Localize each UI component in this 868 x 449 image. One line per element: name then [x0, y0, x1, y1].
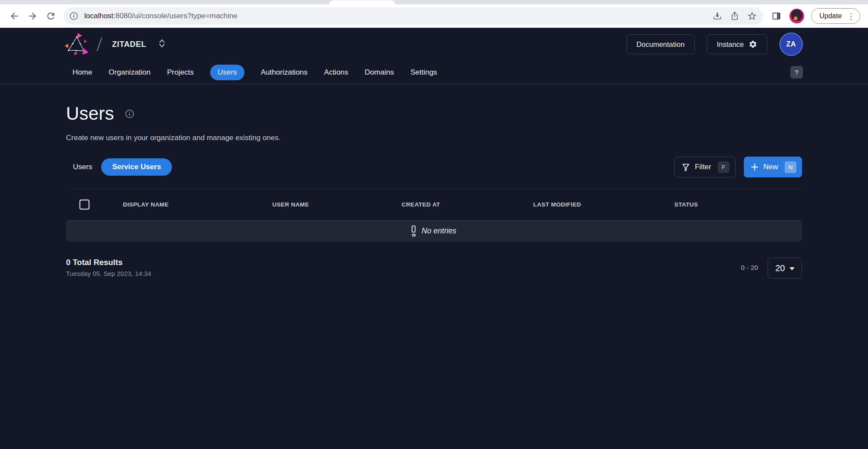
filter-shortcut-badge: F — [718, 161, 729, 173]
column-user-name: USER NAME — [272, 201, 402, 208]
pagination-range: 0 - 20 — [741, 264, 758, 272]
url-host: localhost — [84, 12, 113, 20]
tab-service-users[interactable]: Service Users — [101, 158, 172, 176]
instance-button[interactable]: Instance — [707, 34, 767, 54]
users-table: DISPLAY NAME USER NAME CREATED AT LAST M… — [66, 189, 802, 242]
browser-tabstrip — [0, 0, 868, 4]
documentation-button[interactable]: Documentation — [627, 34, 695, 54]
nav-item-authorizations[interactable]: Authorizations — [261, 68, 308, 77]
browser-active-tab[interactable] — [329, 0, 395, 4]
page-subtitle: Create new users in your organization an… — [66, 134, 802, 142]
browser-menu-icon[interactable]: ⋮ — [847, 12, 855, 20]
filter-button[interactable]: Filter F — [674, 157, 736, 177]
browser-profile-avatar[interactable] — [789, 9, 804, 23]
main-nav: Home Organization Projects Users Authori… — [0, 61, 868, 84]
new-button[interactable]: New N — [744, 157, 802, 177]
column-created-at: CREATED AT — [402, 201, 533, 208]
tab-users[interactable]: Users — [73, 163, 92, 171]
org-switcher-icon[interactable] — [158, 38, 166, 50]
gear-icon — [749, 40, 757, 49]
empty-state-message: No entries — [422, 226, 456, 236]
shortcuts-help-button[interactable]: ? — [790, 66, 803, 79]
url-text[interactable]: localhost:8080/ui/console/users?type=mac… — [84, 12, 705, 20]
nav-item-settings[interactable]: Settings — [410, 68, 437, 77]
total-results: 0 Total Results — [66, 258, 151, 267]
page-content: Users Create new users in your organizat… — [0, 103, 868, 279]
instance-label: Instance — [717, 40, 744, 49]
refresh-timestamp: Tuesday 05. Sep 2023, 14:34 — [66, 270, 151, 277]
column-status: STATUS — [674, 201, 802, 208]
column-last-modified: LAST MODIFIED — [533, 201, 674, 208]
forward-icon[interactable] — [27, 11, 38, 21]
breadcrumb-separator — [96, 37, 102, 52]
nav-item-home[interactable]: Home — [73, 68, 92, 77]
org-name[interactable]: ZITADEL — [112, 40, 146, 49]
url-path: :8080/ui/console/users?type=machine — [113, 12, 238, 20]
documentation-label: Documentation — [637, 40, 685, 49]
new-shortcut-badge: N — [785, 161, 796, 173]
plus-icon — [750, 163, 759, 171]
user-avatar[interactable]: ZA — [779, 33, 803, 56]
select-all-checkbox[interactable] — [79, 200, 89, 210]
reload-icon[interactable] — [46, 11, 56, 21]
new-label: New — [763, 163, 778, 171]
column-display-name: DISPLAY NAME — [123, 201, 272, 208]
nav-item-projects[interactable]: Projects — [167, 68, 194, 77]
back-icon[interactable] — [9, 11, 20, 21]
filter-label: Filter — [695, 163, 711, 171]
side-panel-icon[interactable] — [771, 11, 782, 21]
download-icon[interactable] — [712, 11, 723, 21]
nav-item-domains[interactable]: Domains — [365, 68, 394, 77]
share-icon[interactable] — [729, 11, 740, 21]
nav-item-organization[interactable]: Organization — [109, 68, 150, 77]
app-header: ZITADEL Documentation Instance ZA — [0, 28, 868, 61]
zitadel-logo-icon[interactable] — [64, 33, 89, 56]
empty-state-row: No entries — [66, 220, 802, 242]
exclamation-icon — [412, 226, 416, 236]
browser-update-button[interactable]: Update ⋮ — [811, 8, 860, 24]
page-size-value: 20 — [775, 263, 785, 273]
page-title: Users — [66, 103, 114, 124]
table-header-row: DISPLAY NAME USER NAME CREATED AT LAST M… — [66, 189, 802, 220]
table-footer: 0 Total Results Tuesday 05. Sep 2023, 14… — [66, 258, 802, 279]
bookmark-star-icon[interactable] — [747, 11, 757, 21]
address-bar[interactable]: localhost:8080/ui/console/users?type=mac… — [63, 7, 763, 25]
nav-item-users[interactable]: Users — [210, 65, 244, 80]
update-label: Update — [819, 12, 842, 20]
filter-icon — [681, 163, 690, 172]
nav-item-actions[interactable]: Actions — [324, 68, 348, 77]
chevron-down-icon — [789, 267, 795, 270]
site-info-icon[interactable] — [69, 11, 79, 21]
page-size-select[interactable]: 20 — [768, 258, 802, 279]
info-icon[interactable] — [125, 109, 135, 119]
browser-toolbar: localhost:8080/ui/console/users?type=mac… — [0, 4, 868, 28]
